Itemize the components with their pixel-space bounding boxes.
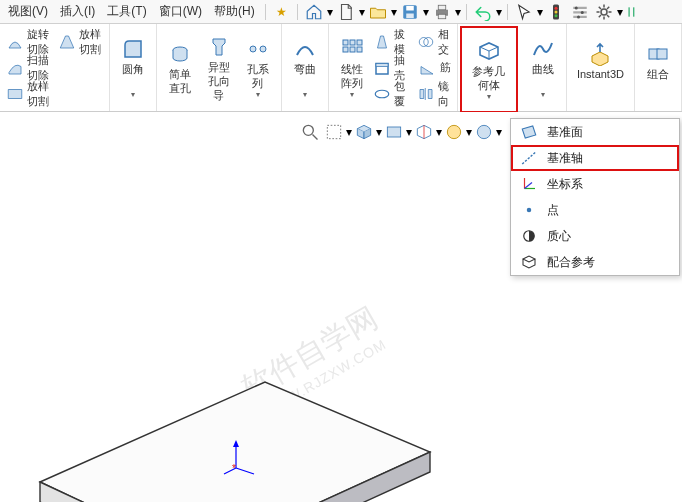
save-dropdown[interactable]: ▾ bbox=[422, 5, 430, 19]
wrap-button[interactable]: 包覆 bbox=[371, 81, 409, 107]
intersect-button[interactable]: 相交 bbox=[415, 29, 453, 55]
ribbon-group-bend: 弯曲 ▾ bbox=[282, 24, 329, 111]
loft-cut2-button[interactable]: 放样切割 bbox=[4, 81, 52, 107]
svg-line-60 bbox=[525, 183, 533, 189]
rotate-cut-button[interactable]: 旋转切除 bbox=[4, 29, 52, 55]
svg-rect-34 bbox=[350, 47, 355, 52]
hole-series-button[interactable]: 孔系列 ▾ bbox=[239, 34, 277, 101]
menu-insert[interactable]: 插入(I) bbox=[54, 1, 101, 22]
gear-dropdown[interactable]: ▾ bbox=[616, 5, 624, 19]
bend-label: 弯曲 bbox=[294, 62, 316, 90]
menu-help[interactable]: 帮助(H) bbox=[208, 1, 261, 22]
menubar-sep4 bbox=[507, 4, 508, 20]
svg-rect-54 bbox=[387, 127, 400, 137]
gear-icon[interactable] bbox=[593, 2, 615, 22]
menu-view[interactable]: 视图(V) bbox=[2, 1, 54, 22]
view-orientation-icon[interactable] bbox=[352, 120, 376, 144]
menu-item-com[interactable]: 质心 bbox=[511, 223, 679, 249]
menu-item-plane[interactable]: 基准面 bbox=[511, 119, 679, 145]
menu-tools[interactable]: 工具(T) bbox=[101, 1, 152, 22]
scene-icon[interactable] bbox=[442, 120, 466, 144]
menu-item-mate-reference[interactable]: 配合参考 bbox=[511, 249, 679, 275]
model-solid[interactable] bbox=[10, 342, 450, 502]
wrap-label: 包覆 bbox=[394, 79, 407, 109]
curves-button[interactable]: 曲线 ▾ bbox=[524, 34, 562, 101]
svg-point-16 bbox=[601, 9, 607, 15]
draft-button[interactable]: 拔模 bbox=[371, 29, 409, 55]
favorite-icon[interactable]: ★ bbox=[276, 5, 287, 19]
cursor-icon[interactable] bbox=[513, 2, 535, 22]
linear-pattern-dropdown[interactable]: ▾ bbox=[350, 90, 354, 99]
menu-item-axis[interactable]: 基准轴 bbox=[511, 145, 679, 171]
loft-cut-button[interactable]: 放样切割 bbox=[56, 29, 104, 55]
open-folder-icon[interactable] bbox=[367, 2, 389, 22]
fillet-dropdown[interactable]: ▾ bbox=[131, 90, 135, 99]
svg-text:*: * bbox=[232, 463, 236, 474]
intersect-label: 相交 bbox=[438, 27, 451, 57]
menu-item-point[interactable]: 点 bbox=[511, 197, 679, 223]
svg-rect-37 bbox=[376, 63, 388, 66]
fillet-icon bbox=[120, 36, 146, 62]
combine-label: 组合 bbox=[647, 67, 669, 95]
svg-point-8 bbox=[554, 10, 557, 13]
cursor-dropdown[interactable]: ▾ bbox=[536, 5, 544, 19]
svg-rect-5 bbox=[438, 14, 446, 19]
print-dropdown[interactable]: ▾ bbox=[454, 5, 462, 19]
origin-triad[interactable]: * bbox=[222, 438, 262, 478]
csys-icon bbox=[519, 174, 539, 194]
svg-line-48 bbox=[236, 468, 254, 474]
traffic-light-icon[interactable] bbox=[545, 2, 567, 22]
svg-point-7 bbox=[554, 6, 557, 9]
appearance-dropdown[interactable]: ▾ bbox=[496, 125, 502, 139]
instant3d-button[interactable]: Instant3D bbox=[571, 39, 630, 97]
combine-button[interactable]: 组合 bbox=[639, 39, 677, 97]
reference-geometry-dropdown[interactable]: ▾ bbox=[487, 92, 491, 101]
hole-wizard-icon bbox=[206, 34, 232, 60]
appearance-icon[interactable] bbox=[472, 120, 496, 144]
toggle-icon[interactable] bbox=[625, 2, 639, 22]
bend-button[interactable]: 弯曲 ▾ bbox=[286, 34, 324, 101]
svg-line-52 bbox=[313, 135, 318, 140]
home-dropdown[interactable]: ▾ bbox=[326, 5, 334, 19]
svg-point-29 bbox=[260, 46, 266, 52]
section-view-icon[interactable] bbox=[412, 120, 436, 144]
axis-label: 基准轴 bbox=[547, 150, 583, 167]
shell-button[interactable]: 抽壳 bbox=[371, 55, 409, 81]
home-icon[interactable] bbox=[303, 2, 325, 22]
reference-geometry-icon bbox=[476, 38, 502, 64]
undo-dropdown[interactable]: ▾ bbox=[495, 5, 503, 19]
save-icon[interactable] bbox=[399, 2, 421, 22]
svg-rect-1 bbox=[406, 6, 414, 11]
menu-item-csys[interactable]: 坐标系 bbox=[511, 171, 679, 197]
instant3d-label: Instant3D bbox=[577, 67, 624, 95]
zoom-area-icon[interactable] bbox=[322, 120, 346, 144]
hole-series-dropdown[interactable]: ▾ bbox=[256, 90, 260, 99]
draft-icon bbox=[373, 32, 391, 52]
rib-button[interactable]: 筋 bbox=[415, 55, 453, 81]
bend-dropdown[interactable]: ▾ bbox=[303, 90, 307, 99]
undo-icon[interactable] bbox=[472, 2, 494, 22]
linear-pattern-button[interactable]: 线性阵列 ▾ bbox=[333, 34, 371, 101]
zoom-fit-icon[interactable] bbox=[298, 120, 322, 144]
sweep-cut-button[interactable]: 扫描切除 bbox=[4, 55, 52, 81]
point-label: 点 bbox=[547, 202, 559, 219]
new-doc-dropdown[interactable]: ▾ bbox=[358, 5, 366, 19]
svg-rect-25 bbox=[628, 7, 629, 16]
hole-wizard-button[interactable]: 异型孔向导 bbox=[199, 32, 239, 104]
display-style-icon[interactable] bbox=[382, 120, 406, 144]
mirror-button[interactable]: 镜向 bbox=[415, 81, 453, 107]
fillet-button[interactable]: 圆角 ▾ bbox=[114, 34, 152, 101]
curves-dropdown[interactable]: ▾ bbox=[541, 90, 545, 99]
simple-hole-button[interactable]: 简单直孔 bbox=[161, 39, 199, 97]
menu-window[interactable]: 窗口(W) bbox=[153, 1, 208, 22]
ribbon-group-fillet: 圆角 ▾ bbox=[110, 24, 157, 111]
reference-geometry-button[interactable]: 参考几何体 ▾ bbox=[466, 36, 512, 103]
open-dropdown[interactable]: ▾ bbox=[390, 5, 398, 19]
new-doc-icon[interactable] bbox=[335, 2, 357, 22]
svg-rect-35 bbox=[357, 47, 362, 52]
options-icon[interactable] bbox=[569, 2, 591, 22]
menubar: 视图(V) 插入(I) 工具(T) 窗口(W) 帮助(H) ★ ▾ ▾ ▾ ▾ … bbox=[0, 0, 682, 24]
svg-point-28 bbox=[250, 46, 256, 52]
print-icon[interactable] bbox=[431, 2, 453, 22]
svg-point-13 bbox=[574, 6, 577, 9]
